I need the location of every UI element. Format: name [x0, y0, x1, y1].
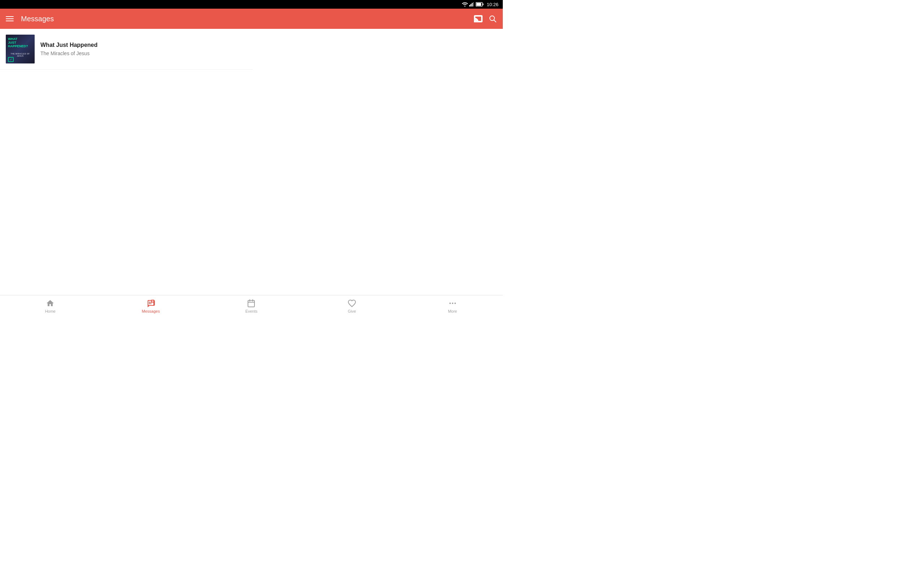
content-area: WHATJUSTHAPPENED? THE MIRACLES OF JESUS …	[0, 29, 503, 295]
app-bar: Messages	[0, 9, 503, 29]
nav-item-events[interactable]: Events	[201, 295, 302, 317]
home-icon	[46, 299, 55, 308]
events-icon	[247, 299, 255, 308]
hamburger-menu-button[interactable]	[6, 16, 14, 21]
app-title: Messages	[21, 15, 474, 23]
battery-icon	[476, 2, 484, 6]
svg-point-22	[454, 303, 456, 304]
cast-button[interactable]	[474, 15, 483, 23]
wifi-icon	[462, 2, 468, 6]
thumb-subtitle-text: THE MIRACLES OF JESUS	[8, 53, 32, 57]
svg-line-8	[494, 20, 496, 23]
more-icon	[448, 299, 457, 308]
nav-item-give[interactable]: Give	[302, 295, 402, 317]
svg-rect-6	[483, 3, 484, 5]
nav-item-more[interactable]: More	[402, 295, 503, 317]
thumb-badge-icon	[8, 57, 14, 62]
message-thumbnail: WHATJUSTHAPPENED? THE MIRACLES OF JESUS	[6, 35, 35, 63]
nav-label-home: Home	[45, 309, 56, 313]
svg-rect-1	[471, 4, 472, 6]
status-icons: 10:26	[462, 2, 498, 7]
message-info: What Just Happened The Miracles of Jesus	[40, 42, 97, 56]
status-time: 10:26	[486, 2, 498, 7]
message-subtitle: The Miracles of Jesus	[40, 50, 97, 56]
give-icon	[347, 299, 356, 308]
status-bar: 10:26	[0, 0, 503, 9]
thumb-title-text: WHATJUSTHAPPENED?	[8, 37, 32, 48]
app-bar-actions	[474, 15, 497, 23]
search-button[interactable]	[488, 15, 497, 23]
nav-label-events: Events	[246, 309, 258, 313]
bottom-navigation: Home Messages Events Give	[0, 295, 503, 317]
svg-rect-0	[469, 5, 470, 6]
nav-label-more: More	[448, 309, 457, 313]
nav-item-home[interactable]: Home	[0, 295, 101, 317]
svg-rect-16	[248, 300, 254, 307]
svg-point-21	[452, 303, 453, 304]
messages-icon	[147, 299, 155, 308]
message-title: What Just Happened	[40, 42, 97, 48]
nav-label-messages: Messages	[142, 309, 160, 313]
svg-rect-3	[473, 2, 474, 6]
svg-rect-5	[477, 3, 481, 6]
svg-rect-2	[472, 3, 473, 6]
nav-item-messages[interactable]: Messages	[101, 295, 201, 317]
svg-point-20	[449, 303, 451, 304]
nav-label-give: Give	[348, 309, 356, 313]
message-list-item[interactable]: WHATJUSTHAPPENED? THE MIRACLES OF JESUS …	[0, 29, 253, 69]
signal-icon	[469, 2, 474, 6]
